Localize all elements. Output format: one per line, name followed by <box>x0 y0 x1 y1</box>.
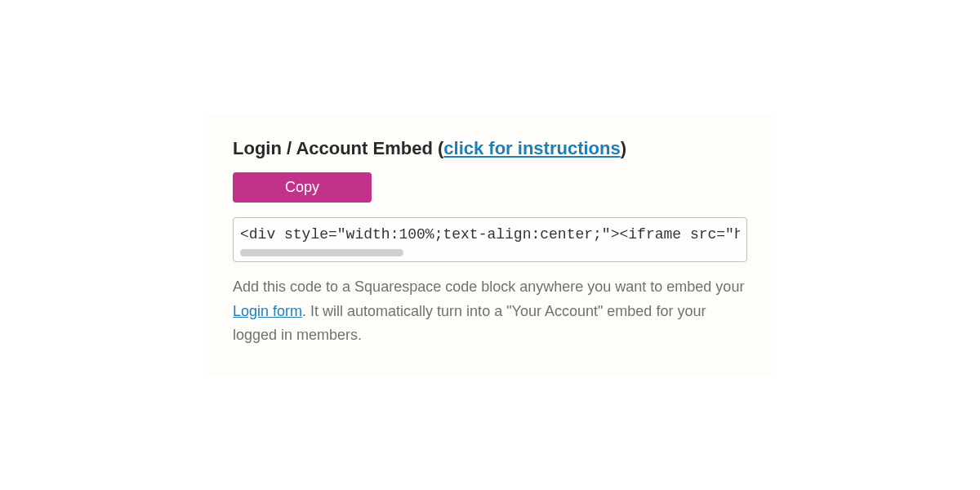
description-part2: . It will automatically turn into a "You… <box>233 303 706 344</box>
code-snippet: <div style="width:100%;text-align:center… <box>240 226 740 243</box>
section-heading: Login / Account Embed (click for instruc… <box>233 138 747 159</box>
heading-prefix: Login / Account Embed ( <box>233 138 443 158</box>
scrollbar-thumb[interactable] <box>240 249 403 256</box>
scrollbar-track[interactable] <box>240 249 740 256</box>
code-box[interactable]: <div style="width:100%;text-align:center… <box>233 217 747 262</box>
embed-card: Login / Account Embed (click for instruc… <box>204 114 776 376</box>
instructions-link[interactable]: click for instructions <box>443 138 620 158</box>
login-form-link[interactable]: Login form <box>233 303 302 319</box>
description-text: Add this code to a Squarespace code bloc… <box>233 275 747 348</box>
description-part1: Add this code to a Squarespace code bloc… <box>233 278 744 295</box>
copy-button[interactable]: Copy <box>233 172 372 203</box>
heading-suffix: ) <box>621 138 626 158</box>
